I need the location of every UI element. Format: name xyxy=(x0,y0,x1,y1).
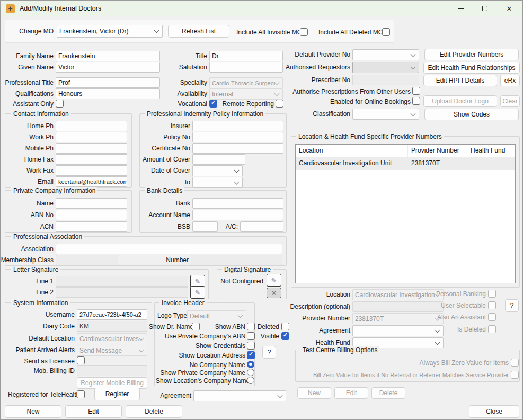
mob-billing-id-label: Mob. Billing ID xyxy=(16,365,75,376)
line2-field[interactable] xyxy=(56,287,188,298)
edit-hpii-details-button[interactable]: Edit HPI-I Details xyxy=(423,75,497,86)
policy-no-field[interactable] xyxy=(192,132,283,142)
location-new-button: New xyxy=(297,387,331,399)
abn-no-field[interactable] xyxy=(56,210,127,220)
close-button[interactable]: ✕ xyxy=(497,1,521,16)
change-mo-select[interactable]: Frankenstein, Victor (Dr) xyxy=(57,25,163,38)
prescriber-no-field[interactable] xyxy=(352,75,419,85)
show-location-address-checkbox[interactable] xyxy=(247,351,255,359)
chevron-down-icon xyxy=(411,64,416,69)
include-invisible-checkbox[interactable] xyxy=(300,28,308,36)
username-field[interactable]: 27d7ceac-723b-4f50-a2 xyxy=(77,309,147,320)
chevron-down-icon xyxy=(139,347,144,352)
invoice-header-title: Invoice Header xyxy=(159,299,207,307)
always-bill-zero-label: Always Bill Zero Value for Items xyxy=(371,358,509,368)
table-row[interactable]: Cardiovascular Investigation Unit 238137… xyxy=(296,157,515,170)
edit-digital-signature-button[interactable]: ✎ xyxy=(267,274,281,287)
show-locations-company-radio[interactable] xyxy=(247,377,254,384)
upload-doctor-logo-button: Upload Doctor Logo xyxy=(423,95,497,107)
user-selectable-help-button[interactable]: ? xyxy=(505,299,519,312)
home-ph-field[interactable] xyxy=(56,121,127,131)
visibility-help-button[interactable]: ? xyxy=(262,346,276,359)
chevron-down-icon xyxy=(238,312,243,318)
app-icon: + xyxy=(6,4,15,13)
logo-type-select[interactable]: Default xyxy=(187,310,246,321)
chevron-down-icon xyxy=(154,28,159,33)
test-centre-billing-title: Test Centre Billing Options xyxy=(300,346,379,354)
location-edit-button: Edit xyxy=(334,387,368,399)
work-ph-field[interactable] xyxy=(56,132,127,142)
family-name-field[interactable]: Frankenstein xyxy=(56,51,160,61)
bank-field[interactable] xyxy=(192,198,283,209)
logo-type-label: Logo Type xyxy=(157,310,185,321)
authorise-prescriptions-checkbox[interactable] xyxy=(412,87,420,95)
classification-select[interactable] xyxy=(352,109,419,120)
no-company-name-radio[interactable] xyxy=(247,361,254,368)
insurer-field[interactable] xyxy=(192,121,283,131)
line1-field[interactable] xyxy=(56,276,188,287)
association-field[interactable] xyxy=(56,244,282,254)
home-fax-field[interactable] xyxy=(56,154,127,165)
default-provider-no-select[interactable] xyxy=(352,49,419,60)
column-header-health-fund[interactable]: Health Fund xyxy=(467,145,515,157)
register-telehealth-button[interactable]: Register xyxy=(94,388,140,400)
given-name-field[interactable]: Victor xyxy=(56,62,160,73)
include-deleted-checkbox[interactable] xyxy=(382,28,390,36)
default-location-select[interactable]: Cardiovascular Investigation Unit xyxy=(77,333,147,344)
membership-number-label: Number xyxy=(159,255,189,265)
location-delete-button: Delete xyxy=(371,387,405,399)
telehealth-checkbox[interactable] xyxy=(77,390,85,398)
edit-line2-button[interactable]: ✎ xyxy=(190,286,205,299)
doctor-edit-button[interactable]: Edit xyxy=(65,405,122,418)
location-label: Location xyxy=(278,289,350,300)
column-header-provider-number[interactable]: Provider Number xyxy=(408,145,467,157)
diary-code-label: Diary Code xyxy=(16,321,75,332)
edit-provider-numbers-button[interactable]: Edit Provider Numbers xyxy=(424,49,519,60)
speciality-value: Cardio-Thoracic Surgeon xyxy=(210,80,275,86)
email-label: Email xyxy=(1,176,54,187)
policy-no-label: Policy No xyxy=(133,132,190,142)
professional-title-field[interactable]: Prof xyxy=(56,77,160,88)
certificate-no-field[interactable] xyxy=(192,143,283,154)
diary-code-field[interactable]: KM xyxy=(77,321,147,332)
invoice-agreement-select[interactable] xyxy=(193,390,286,401)
edit-health-fund-relationships-button[interactable]: Edit Health Fund Relationships xyxy=(423,62,520,74)
show-codes-button[interactable]: Show Codes xyxy=(424,109,519,120)
patient-arrived-alerts-select[interactable]: Send Message xyxy=(77,345,147,356)
acn-field[interactable] xyxy=(56,221,127,232)
email-field[interactable]: keertana@healthtrack.com. xyxy=(56,176,127,187)
amount-of-cover-field[interactable] xyxy=(192,154,245,165)
column-header-location[interactable]: Location xyxy=(296,145,408,157)
minimize-button[interactable] xyxy=(448,1,473,16)
assistant-only-checkbox[interactable] xyxy=(56,100,64,108)
doctor-new-button[interactable]: New xyxy=(5,405,61,418)
doctor-delete-button[interactable]: Delete xyxy=(126,405,182,418)
account-name-field[interactable] xyxy=(192,210,283,220)
membership-number-field[interactable] xyxy=(191,255,282,265)
mobile-ph-field[interactable] xyxy=(56,143,127,154)
digital-signature-title: Digital Signature xyxy=(222,266,273,273)
show-private-company-radio[interactable] xyxy=(247,369,254,376)
date-of-cover-select[interactable] xyxy=(192,165,243,176)
mob-billing-id-field[interactable] xyxy=(77,365,147,376)
bsb-field[interactable] xyxy=(192,221,218,232)
refresh-list-button[interactable]: Refresh List xyxy=(168,25,229,38)
ac-field[interactable] xyxy=(240,221,283,232)
membership-class-field[interactable] xyxy=(56,255,118,265)
show-dr-name-checkbox[interactable] xyxy=(192,323,200,330)
show-credentials-checkbox[interactable] xyxy=(247,342,255,350)
title-field[interactable]: Dr xyxy=(209,51,283,61)
company-name-field[interactable] xyxy=(56,198,127,209)
authorised-requestors-select[interactable] xyxy=(352,62,419,73)
send-as-licensee-checkbox[interactable] xyxy=(77,356,85,364)
maximize-button[interactable] xyxy=(473,1,497,16)
family-name-label: Family Name xyxy=(1,51,54,61)
work-fax-field[interactable] xyxy=(56,165,127,176)
dialog-close-button[interactable]: Close xyxy=(469,405,519,418)
salutation-field[interactable] xyxy=(209,62,283,73)
cover-to-select[interactable] xyxy=(192,177,243,188)
minimize-icon xyxy=(458,8,464,9)
qualifications-field[interactable]: Honours xyxy=(56,88,160,99)
online-bookings-checkbox[interactable] xyxy=(412,97,420,105)
erx-button[interactable]: eRx xyxy=(500,75,520,86)
